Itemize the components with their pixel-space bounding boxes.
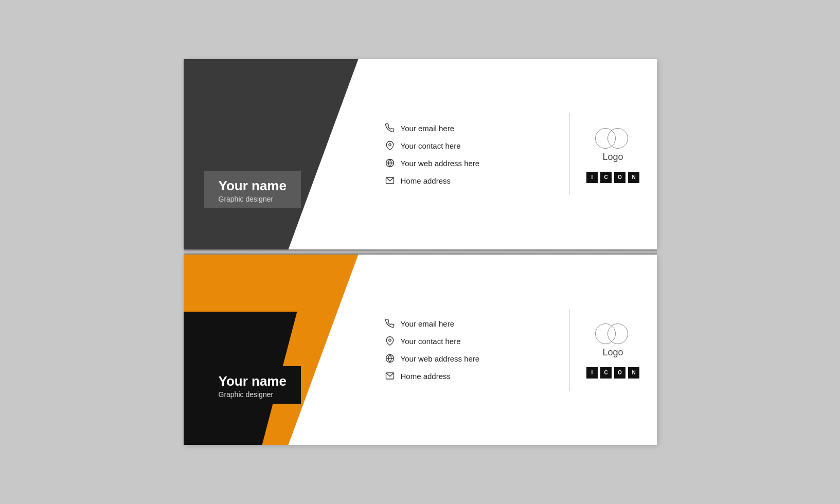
card2-divider <box>569 309 569 391</box>
card2-location-icon <box>384 335 396 347</box>
card2-logo-circle-2 <box>607 323 628 344</box>
card1-name: Your name <box>219 178 287 194</box>
card1-address-item: Home address <box>384 175 553 186</box>
card2-icon-box-i: I <box>586 367 598 379</box>
card2-email-item: Your email here <box>384 318 553 329</box>
card1-phone-text: Your contact here <box>401 141 461 150</box>
card2-icon-box-o: O <box>614 367 625 379</box>
card2-phone-item: Your contact here <box>384 335 553 347</box>
card1-right-panel: Your email here Your contact here <box>359 59 657 249</box>
card2-phone-text: Your contact here <box>401 337 461 346</box>
phone-icon <box>384 122 396 134</box>
card2-left-panel: Your name Graphic designer <box>184 255 359 445</box>
card1-email-text: Your email here <box>401 124 455 133</box>
card2-address-text: Home address <box>401 372 451 381</box>
card2-logo-text: Logo <box>602 347 623 358</box>
card2-address-item: Home address <box>384 370 553 382</box>
card1-icon-boxes: I C O N <box>586 172 639 183</box>
business-card-2: Your name Graphic designer Your email he… <box>184 255 657 445</box>
card-separator <box>184 249 657 255</box>
card1-web-text: Your web address here <box>401 159 480 168</box>
card1-dark-bg <box>184 59 359 249</box>
card1-name-box: Your name Graphic designer <box>204 171 301 208</box>
card2-mail-icon <box>384 370 396 382</box>
card2-logo-section: Logo I C O N <box>585 321 641 379</box>
card2-web-text: Your web address here <box>401 354 480 363</box>
mail-icon <box>384 175 396 186</box>
card2-title: Graphic designer <box>219 390 287 399</box>
logo-circle-2 <box>607 128 628 149</box>
card2-icon-boxes: I C O N <box>586 367 639 379</box>
svg-point-4 <box>388 339 391 341</box>
card1-left-panel: Your name Graphic designer <box>184 59 359 249</box>
card2-logo-circles <box>595 321 631 346</box>
icon-box-n: N <box>628 172 639 183</box>
card1-logo-circles <box>595 126 631 151</box>
icon-box-o: O <box>614 172 625 183</box>
card2-name-box: Your name Graphic designer <box>204 366 301 404</box>
card2-phone-icon <box>384 318 396 329</box>
card2-name: Your name <box>219 373 287 389</box>
card2-right-panel: Your email here Your contact here <box>359 255 657 445</box>
card2-contact-list: Your email here Your contact here <box>384 318 553 382</box>
globe-icon <box>384 157 396 169</box>
card1-email-item: Your email here <box>384 122 553 134</box>
card2-web-item: Your web address here <box>384 353 553 364</box>
card2-icon-box-c: C <box>600 367 612 379</box>
location-icon <box>384 140 396 151</box>
business-card-1: Your name Graphic designer Your email he… <box>184 59 657 249</box>
card1-logo-section: Logo I C O N <box>585 126 641 183</box>
card1-logo-text: Logo <box>602 152 623 163</box>
card1-contact-list: Your email here Your contact here <box>384 122 553 186</box>
card1-address-text: Home address <box>401 176 451 185</box>
icon-box-i: I <box>586 172 598 183</box>
card1-phone-item: Your contact here <box>384 140 553 151</box>
card2-email-text: Your email here <box>401 319 455 328</box>
icon-box-c: C <box>600 172 612 183</box>
card1-title: Graphic designer <box>219 195 287 203</box>
card2-icon-box-n: N <box>628 367 639 379</box>
card1-web-item: Your web address here <box>384 157 553 169</box>
svg-point-0 <box>388 143 391 146</box>
card2-globe-icon <box>384 353 396 364</box>
card1-divider <box>569 113 569 195</box>
cards-wrapper: Your name Graphic designer Your email he… <box>184 59 657 445</box>
